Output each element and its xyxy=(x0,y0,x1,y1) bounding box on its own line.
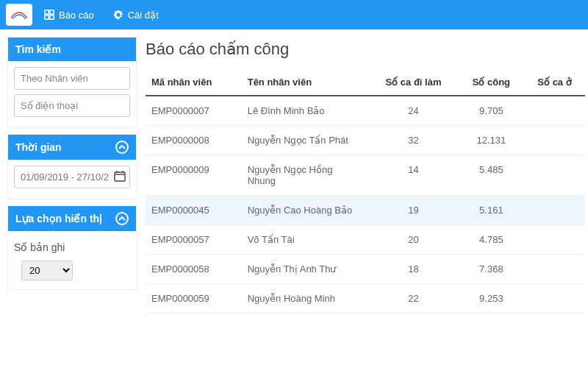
table-row[interactable]: EMP0000008Nguyễn Ngọc Tấn Phát3212.131 xyxy=(146,126,585,155)
cell-emp-id: EMP0000008 xyxy=(146,126,242,155)
records-label: Số bản ghi xyxy=(11,237,133,258)
cell-emp-id: EMP0000058 xyxy=(146,255,242,284)
top-nav: Báo cáo Cài đặt xyxy=(0,0,588,29)
gear-icon xyxy=(113,10,123,20)
nav-report[interactable]: Báo cáo xyxy=(37,5,101,25)
col-emp-name[interactable]: Tên nhân viên xyxy=(242,69,369,96)
cell-emp-name: Nguyễn Thị Anh Thư xyxy=(242,255,369,284)
cell-emp-name: Võ Tấn Tài xyxy=(242,225,369,255)
cell-off xyxy=(524,284,585,314)
cell-work: 5.485 xyxy=(459,155,524,196)
svg-rect-3 xyxy=(50,15,54,19)
search-panel: Tìm kiếm xyxy=(7,37,137,128)
cell-emp-name: Lê Đình Minh Bảo xyxy=(242,96,369,126)
cell-work: 4.785 xyxy=(459,225,524,255)
cell-emp-name: Nguyễn Ngọc Hồng Nhung xyxy=(242,155,369,196)
cell-shifts: 14 xyxy=(368,155,458,196)
date-range-input[interactable] xyxy=(14,166,130,188)
cell-work: 9.253 xyxy=(459,284,524,314)
cell-shifts: 18 xyxy=(368,255,458,284)
report-table: Mã nhân viên Tên nhân viên Số ca đi làm … xyxy=(146,69,585,314)
table-row[interactable]: EMP0000057Võ Tấn Tài204.785 xyxy=(146,225,585,255)
cell-shifts: 24 xyxy=(368,96,458,126)
calendar-icon[interactable] xyxy=(114,170,126,184)
records-select[interactable]: 20 xyxy=(21,261,73,280)
table-row[interactable]: EMP0000009Nguyễn Ngọc Hồng Nhung145.485 xyxy=(146,155,585,196)
cell-emp-id: EMP0000009 xyxy=(146,155,242,196)
col-work[interactable]: Số công xyxy=(459,69,524,96)
cell-off xyxy=(524,96,585,126)
brand-logo[interactable] xyxy=(6,4,32,26)
main-content: Báo cáo chấm công Mã nhân viên Tên nhân … xyxy=(146,37,585,314)
cell-work: 9.705 xyxy=(459,96,524,126)
time-panel: Thời gian xyxy=(7,134,137,199)
grid-icon xyxy=(44,10,54,20)
nav-settings[interactable]: Cài đặt xyxy=(106,5,166,25)
cell-off xyxy=(524,255,585,284)
nav-report-label: Báo cáo xyxy=(59,10,94,21)
search-panel-header: Tìm kiếm xyxy=(8,38,136,61)
svg-rect-0 xyxy=(45,10,49,14)
col-off[interactable]: Số ca ở xyxy=(524,69,585,96)
svg-rect-2 xyxy=(45,15,49,19)
page-title: Báo cáo chấm công xyxy=(146,40,585,59)
cell-shifts: 22 xyxy=(368,284,458,314)
cell-emp-id: EMP0000059 xyxy=(146,284,242,314)
cell-work: 7.368 xyxy=(459,255,524,284)
cell-off xyxy=(524,126,585,155)
cell-emp-name: Nguyễn Cao Hoàng Bảo xyxy=(242,196,369,225)
display-panel-title: Lựa chọn hiển thị xyxy=(15,213,102,224)
time-panel-title: Thời gian xyxy=(15,141,62,153)
chevron-up-icon xyxy=(115,141,129,154)
display-panel: Lựa chọn hiển thị Số bản ghi 20 xyxy=(7,205,137,290)
table-header-row: Mã nhân viên Tên nhân viên Số ca đi làm … xyxy=(146,69,585,96)
cell-emp-name: Nguyễn Hoàng Minh xyxy=(242,284,369,314)
cell-emp-id: EMP0000045 xyxy=(146,196,242,225)
cell-work: 12.131 xyxy=(459,126,524,155)
time-panel-header[interactable]: Thời gian xyxy=(8,135,136,160)
svg-rect-4 xyxy=(115,172,125,181)
sidebar: Tìm kiếm Thời gian xyxy=(7,37,137,314)
cell-emp-id: EMP0000007 xyxy=(146,96,242,126)
search-phone-input[interactable] xyxy=(14,94,130,117)
cell-emp-id: EMP0000057 xyxy=(146,225,242,255)
cell-shifts: 20 xyxy=(368,225,458,255)
chevron-up-icon xyxy=(115,212,129,225)
search-employee-input[interactable] xyxy=(14,67,130,90)
cell-off xyxy=(524,155,585,196)
col-shifts[interactable]: Số ca đi làm xyxy=(368,69,458,96)
cell-shifts: 32 xyxy=(368,126,458,155)
table-row[interactable]: EMP0000059Nguyễn Hoàng Minh229.253 xyxy=(146,284,585,314)
nav-settings-label: Cài đặt xyxy=(128,10,159,21)
logo-icon xyxy=(10,7,29,22)
col-emp-id[interactable]: Mã nhân viên xyxy=(146,69,242,96)
cell-off xyxy=(524,196,585,225)
cell-shifts: 19 xyxy=(368,196,458,225)
cell-work: 5.161 xyxy=(459,196,524,225)
cell-off xyxy=(524,225,585,255)
cell-emp-name: Nguyễn Ngọc Tấn Phát xyxy=(242,126,369,155)
table-row[interactable]: EMP0000045Nguyễn Cao Hoàng Bảo195.161 xyxy=(146,196,585,225)
table-row[interactable]: EMP0000007Lê Đình Minh Bảo249.705 xyxy=(146,96,585,126)
display-panel-header[interactable]: Lựa chọn hiển thị xyxy=(8,206,136,231)
svg-rect-1 xyxy=(50,10,54,14)
table-row[interactable]: EMP0000058Nguyễn Thị Anh Thư187.368 xyxy=(146,255,585,284)
search-panel-title: Tìm kiếm xyxy=(15,43,61,55)
